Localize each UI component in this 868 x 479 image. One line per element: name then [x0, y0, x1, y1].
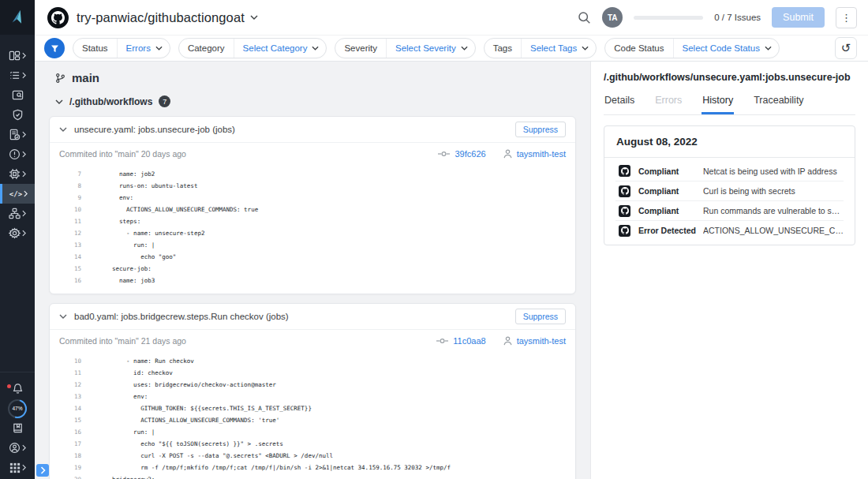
history-row[interactable]: Compliant Netcat is being used with IP a…	[615, 161, 844, 181]
line-content: secure-job:	[105, 265, 152, 272]
chevron-down-icon	[155, 46, 163, 51]
code-line: 16 name: job3	[50, 275, 575, 286]
filter-category-dropdown[interactable]: Select Category	[234, 39, 327, 58]
tab-details[interactable]: Details	[604, 95, 635, 114]
author-link[interactable]: taysmith-test	[517, 336, 566, 346]
sidebar-item-code-security[interactable]: </>	[0, 184, 35, 204]
incidents-alert-icon	[9, 148, 21, 160]
notifications-button[interactable]	[0, 379, 35, 399]
chevron-right-icon	[22, 131, 26, 138]
finding-count-badge: 7	[159, 95, 170, 107]
chevron-down-icon	[250, 15, 258, 20]
sidebar-item-dashboard[interactable]	[0, 46, 35, 65]
finding-title: bad0.yaml: jobs.bridgecrew.steps.Run che…	[74, 312, 289, 321]
repo-selector[interactable]: try-panwiac/githubactiongoat	[77, 10, 258, 25]
user-avatar[interactable]: TA	[602, 7, 623, 28]
sidebar-item-settings[interactable]	[0, 223, 35, 243]
author-icon	[503, 149, 512, 159]
chevron-right-icon	[24, 190, 28, 197]
history-description: ACTIONS_ALLOW_UNSECURE_COMMANDS environ.…	[703, 226, 844, 235]
author-link[interactable]: taysmith-test	[517, 149, 566, 159]
filter-severity-dropdown[interactable]: Select Severity	[386, 39, 475, 58]
sidebar-expand-button[interactable]	[36, 464, 49, 477]
line-number: 8	[50, 182, 81, 189]
history-row[interactable]: Error Detected ACTIONS_ALLOW_UNSECURE_CO…	[615, 220, 844, 240]
reset-filters-button[interactable]: ↺	[835, 37, 857, 59]
history-status: Compliant	[638, 206, 703, 215]
filter-code-status-dropdown[interactable]: Select Code Status	[673, 39, 779, 58]
docs-button[interactable]	[0, 418, 35, 438]
code-line: 12 uses: bridgecrewio/checkov-action@mas…	[50, 379, 575, 391]
code-block: 7 name: job2 8 runs-on: ubuntu-latest 9 …	[50, 164, 575, 294]
commit-hash-link[interactable]: 39fc626	[455, 149, 485, 159]
code-line: 14 echo "goo"	[50, 251, 575, 263]
github-icon	[51, 11, 65, 24]
line-number: 13	[50, 241, 81, 249]
tab-history[interactable]: History	[702, 95, 734, 114]
checklist-icon	[9, 69, 21, 81]
sidebar-item-supply-chain[interactable]	[0, 105, 35, 125]
code-line: 11 id: checkov	[50, 367, 575, 379]
code-line: 10 ACTIONS_ALLOW_UNSECURE_COMMANDS: true	[50, 204, 575, 215]
code-line: 20 bridgecrew2:	[50, 473, 575, 479]
apps-button[interactable]	[0, 458, 35, 477]
sidebar-item-compliance[interactable]	[0, 125, 35, 144]
chevron-right-icon	[22, 444, 26, 451]
branch-row: main	[55, 71, 576, 84]
history-row[interactable]: Compliant Curl is being with secrets	[615, 181, 844, 200]
folder-path: /.github/workflows	[69, 96, 152, 107]
tab-traceability[interactable]: Traceability	[753, 95, 804, 114]
line-number: 19	[50, 464, 81, 471]
code-line: 17 echo "${{ toJSON(secrets) }}" > .secr…	[50, 438, 575, 450]
code-line: 13 run: |	[50, 239, 575, 251]
suppress-button[interactable]: Suppress	[515, 122, 566, 137]
issues-progress-bar	[634, 16, 703, 20]
sidebar-item-integrations[interactable]	[0, 204, 35, 223]
tab-errors[interactable]: Errors	[654, 95, 683, 114]
history-row[interactable]: Compliant Run commands are vulnerable to…	[615, 200, 844, 220]
line-content: runs-on: ubuntu-latest	[105, 182, 197, 189]
progress-ring-icon: 47%	[7, 399, 28, 419]
collapse-chevron-icon[interactable]	[59, 127, 67, 132]
filter-tags-dropdown[interactable]: Select Tags	[521, 39, 596, 58]
line-number: 13	[50, 393, 81, 400]
line-content: steps:	[105, 218, 140, 225]
card-meta: Commited into "main" 21 days ago 11c0aa8…	[50, 329, 575, 351]
suppress-button[interactable]: Suppress	[515, 309, 566, 324]
svg-text:47%: 47%	[12, 406, 22, 411]
folder-group-toggle[interactable]: /.github/workflows 7	[55, 95, 576, 107]
findings-column: main /.github/workflows 7 unsecure.yaml:…	[35, 62, 590, 479]
line-content: env:	[105, 393, 148, 400]
filter-label: Status	[73, 43, 117, 53]
collapse-chevron-icon[interactable]	[59, 314, 67, 319]
compliance-doc-icon	[9, 129, 21, 140]
sidebar-item-resources[interactable]	[0, 164, 35, 184]
filter-status-dropdown[interactable]: Errors	[117, 39, 170, 58]
github-repo-avatar	[47, 7, 69, 28]
dashboard-icon	[9, 50, 21, 62]
filter-value: Select Severity	[395, 43, 456, 53]
more-options-button[interactable]: ⋮	[836, 7, 857, 28]
sidebar-item-projects[interactable]	[0, 85, 35, 105]
line-number: 14	[50, 405, 81, 412]
reset-icon: ↺	[841, 43, 851, 54]
brand-logo[interactable]	[0, 0, 35, 35]
commit-hash-link[interactable]: 11c0aa8	[453, 336, 485, 346]
sidebar-item-incidents[interactable]	[0, 144, 35, 164]
committed-text: Commited into "main" 21 days ago	[59, 336, 186, 346]
filter-value: Select Category	[243, 43, 308, 53]
search-button[interactable]	[578, 11, 591, 24]
sidebar-item-checklist[interactable]	[0, 65, 35, 85]
code-line: 7 name: job2	[50, 168, 575, 180]
history-status: Compliant	[638, 167, 703, 176]
submit-button[interactable]: Submit	[772, 7, 825, 28]
line-number: 20	[50, 476, 81, 479]
line-number: 7	[50, 170, 81, 178]
account-button[interactable]	[0, 438, 35, 458]
history-description: Run commands are vulnerable to shell inj…	[703, 206, 844, 215]
history-date: August 08, 2022	[604, 126, 855, 158]
kebab-icon: ⋮	[841, 12, 851, 24]
filter-label: Severity	[335, 43, 386, 53]
line-content: env:	[105, 194, 133, 201]
filter-button[interactable]	[44, 38, 65, 58]
